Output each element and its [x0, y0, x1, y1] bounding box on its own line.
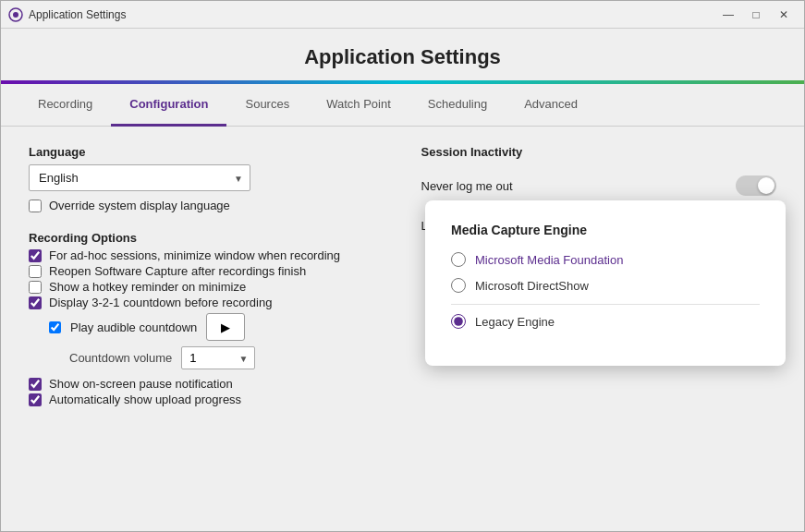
option-reopen-checkbox[interactable] — [29, 265, 42, 278]
override-language-row: Override system display language — [29, 199, 384, 212]
auto-upload-row: Automatically show upload progress — [29, 393, 384, 406]
close-button[interactable]: ✕ — [771, 6, 797, 24]
title-bar-left: Application Settings — [8, 7, 126, 22]
language-section: Language English Spanish French German ▼… — [29, 145, 384, 212]
countdown-volume-label: Countdown volume — [69, 351, 172, 365]
window-title: Application Settings — [29, 8, 126, 21]
never-log-out-row: Never log me out — [421, 172, 777, 200]
never-log-out-label: Never log me out — [421, 179, 513, 193]
tab-bar: Recording Configuration Sources Watch Po… — [1, 84, 804, 127]
option-mmf-radio[interactable] — [451, 252, 466, 267]
option-minimize-row: For ad-hoc sessions, minimize window whe… — [29, 248, 384, 262]
tab-recording[interactable]: Recording — [19, 84, 111, 127]
mce-title: Media Capture Engine — [451, 223, 760, 237]
option-reopen-label: Reopen Software Capture after recordings… — [49, 264, 306, 278]
toggle-knob — [758, 177, 775, 194]
app-window: Application Settings — □ ✕ Application S… — [0, 0, 805, 532]
language-select[interactable]: English Spanish French German — [29, 164, 250, 191]
session-inactivity-title: Session Inactivity — [421, 145, 777, 159]
option-hotkey-label: Show a hotkey reminder on minimize — [49, 280, 246, 294]
tab-watchpoint[interactable]: Watch Point — [308, 84, 409, 127]
countdown-volume-row: Countdown volume 1234 5678 910 ▼ — [69, 346, 384, 369]
tab-configuration[interactable]: Configuration — [111, 84, 226, 127]
option-mds-label: Microsoft DirectShow — [475, 279, 589, 293]
option-hotkey-row: Show a hotkey reminder on minimize — [29, 280, 384, 294]
option-hotkey-checkbox[interactable] — [29, 281, 42, 294]
play-audible-checkbox[interactable] — [49, 321, 61, 333]
tab-sources[interactable]: Sources — [226, 84, 308, 127]
app-icon — [8, 7, 23, 22]
option-countdown-label: Display 3-2-1 countdown before recording — [49, 296, 272, 309]
mce-divider — [451, 304, 760, 305]
play-audible-row: Play audible countdown ▶ — [49, 313, 384, 341]
play-button[interactable]: ▶ — [206, 313, 245, 341]
option-countdown-checkbox[interactable] — [29, 296, 42, 309]
media-capture-engine-popup: Media Capture Engine Microsoft Media Fou… — [425, 200, 786, 366]
override-language-label: Override system display language — [49, 199, 230, 212]
option-mds-row: Microsoft DirectShow — [451, 278, 760, 293]
option-countdown-row: Display 3-2-1 countdown before recording — [29, 296, 384, 309]
option-reopen-row: Reopen Software Capture after recordings… — [29, 264, 384, 278]
language-label: Language — [29, 145, 384, 159]
option-mds-radio[interactable] — [451, 278, 466, 293]
option-legacy-label: Legacy Engine — [475, 315, 555, 329]
tab-advanced[interactable]: Advanced — [506, 84, 596, 127]
svg-point-1 — [13, 12, 18, 18]
option-legacy-radio[interactable] — [451, 314, 466, 329]
left-panel: Language English Spanish French German ▼… — [29, 145, 384, 513]
language-select-wrapper: English Spanish French German ▼ — [29, 164, 250, 191]
page-title: Application Settings — [1, 29, 804, 80]
title-bar: Application Settings — □ ✕ — [1, 1, 804, 29]
recording-options-section: Recording Options For ad-hoc sessions, m… — [29, 231, 384, 406]
show-pause-row: Show on-screen pause notification — [29, 377, 384, 391]
never-log-out-toggle[interactable] — [736, 175, 776, 196]
option-mmf-label: Microsoft Media Foundation — [475, 253, 623, 267]
content-area: Language English Spanish French German ▼… — [1, 127, 804, 531]
play-audible-label: Play audible countdown — [70, 320, 197, 334]
show-pause-checkbox[interactable] — [29, 378, 42, 391]
option-legacy-row: Legacy Engine — [451, 314, 760, 329]
volume-select[interactable]: 1234 5678 910 — [181, 346, 255, 369]
volume-select-wrapper: 1234 5678 910 ▼ — [181, 346, 255, 369]
recording-options-title: Recording Options — [29, 231, 384, 245]
title-bar-controls: — □ ✕ — [715, 6, 797, 24]
show-pause-label: Show on-screen pause notification — [49, 377, 233, 391]
minimize-button[interactable]: — — [715, 6, 741, 24]
option-minimize-checkbox[interactable] — [29, 249, 42, 262]
play-icon: ▶ — [221, 320, 230, 334]
tab-scheduling[interactable]: Scheduling — [409, 84, 506, 127]
maximize-button[interactable]: □ — [743, 6, 769, 24]
auto-upload-checkbox[interactable] — [29, 393, 42, 406]
override-language-checkbox[interactable] — [29, 200, 42, 212]
option-mmf-row: Microsoft Media Foundation — [451, 252, 760, 267]
option-minimize-label: For ad-hoc sessions, minimize window whe… — [49, 248, 340, 262]
auto-upload-label: Automatically show upload progress — [49, 393, 241, 406]
